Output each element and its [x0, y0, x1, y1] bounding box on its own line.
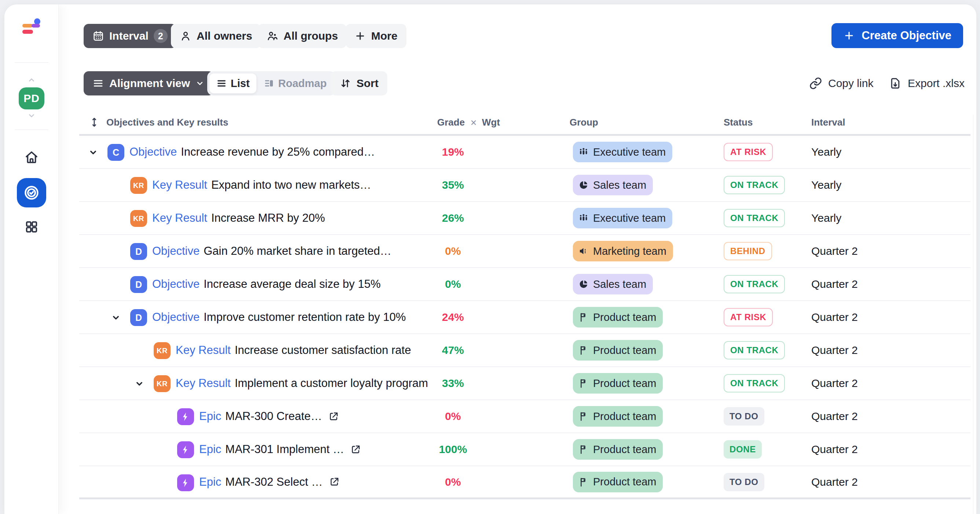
status-badge[interactable]: AT RISK	[724, 143, 773, 161]
interval-value: Quarter 2	[811, 268, 858, 300]
column-header-weight: Wgt	[482, 117, 500, 128]
entity-type-link[interactable]: Epic	[199, 443, 221, 456]
status-badge[interactable]: TO DO	[724, 473, 764, 491]
sort-button[interactable]: Sort	[331, 71, 387, 96]
status-cell: DONE	[724, 433, 762, 466]
name-cell: CObjectiveIncrease revenue by 25% compar…	[79, 136, 567, 168]
grade-remove-icon[interactable]: ✕	[470, 118, 477, 128]
group-pill[interactable]: Product team	[573, 307, 663, 327]
sidebar-item-apps[interactable]	[5, 220, 59, 234]
row-title[interactable]: Increase MRR by 20%	[211, 211, 325, 225]
table-row: EpicMAR-301 Implement …100%Product teamD…	[79, 433, 970, 466]
row-expand-chevron-icon[interactable]	[88, 147, 99, 158]
group-pill[interactable]: Executive team	[573, 142, 672, 162]
row-title[interactable]: Implement a customer loyalty program	[235, 377, 428, 390]
group-pill[interactable]: Product team	[573, 373, 663, 394]
entity-type-link[interactable]: Objective	[129, 145, 177, 159]
more-filters-button[interactable]: More	[345, 24, 406, 48]
status-badge[interactable]: ON TRACK	[724, 275, 785, 293]
entity-type-link[interactable]: Objective	[152, 311, 199, 324]
grade-value: 0%	[416, 400, 490, 433]
row-expand-chevron-icon[interactable]	[110, 312, 121, 323]
export-xlsx-button[interactable]: Export .xlsx	[889, 71, 965, 96]
status-badge[interactable]: ON TRACK	[724, 374, 785, 393]
calendar-icon	[92, 30, 104, 42]
group-pill[interactable]: Executive team	[573, 208, 672, 228]
status-badge[interactable]: TO DO	[724, 407, 764, 426]
row-expand-chevron-icon[interactable]	[134, 378, 145, 389]
interval-filter-button[interactable]: Interval 2	[84, 24, 177, 48]
column-header-group: Group	[570, 117, 598, 128]
external-link-icon[interactable]	[328, 411, 339, 422]
avatar[interactable]: PD	[19, 88, 45, 109]
status-badge[interactable]: ON TRACK	[724, 176, 785, 194]
entity-type-link[interactable]: Objective	[152, 278, 199, 291]
sidebar-divider	[15, 129, 48, 130]
row-title[interactable]: MAR-302 Select …	[225, 476, 322, 488]
entity-type-link[interactable]: Key Result	[152, 179, 207, 192]
external-link-icon[interactable]	[329, 476, 340, 488]
row-title[interactable]: MAR-300 Create…	[225, 410, 322, 423]
owners-filter-button[interactable]: All owners	[171, 24, 261, 48]
status-badge[interactable]: ON TRACK	[724, 209, 785, 227]
table-row: DObjectiveImprove customer retention rat…	[79, 301, 970, 334]
group-pill[interactable]: Product team	[573, 406, 663, 426]
group-pill[interactable]: Marketing team	[573, 241, 673, 262]
entity-type-link[interactable]: Epic	[199, 410, 221, 423]
app-logo-icon[interactable]	[22, 19, 41, 35]
create-objective-button[interactable]: Create Objective	[832, 23, 963, 48]
row-title[interactable]: Gain 20% market share in targeted…	[204, 244, 391, 258]
workspace-prev-chevron-icon[interactable]	[27, 76, 36, 85]
tab-list[interactable]: List	[209, 73, 256, 93]
groups-filter-button[interactable]: All groups	[258, 24, 347, 48]
sidebar-item-goals[interactable]	[17, 178, 46, 208]
entity-type-link[interactable]: Objective	[152, 244, 199, 258]
external-link-icon[interactable]	[350, 444, 361, 455]
workspace-next-chevron-icon[interactable]	[27, 111, 36, 120]
epic-type-badge	[177, 474, 194, 491]
group-pill[interactable]: Sales team	[573, 175, 653, 195]
objective-type-badge: D	[130, 243, 147, 260]
entity-type-link[interactable]: Key Result	[176, 344, 231, 357]
group-pill[interactable]: Product team	[573, 472, 663, 492]
name-cell: KRKey ResultIncrease MRR by 20%	[79, 202, 567, 234]
status-badge[interactable]: AT RISK	[724, 308, 773, 326]
status-badge[interactable]: BEHIND	[724, 242, 772, 260]
group-label: Product team	[593, 377, 656, 389]
view-selector-dropdown[interactable]: Alignment view	[84, 71, 213, 96]
status-badge[interactable]: DONE	[724, 440, 762, 458]
grade-value: 35%	[416, 169, 490, 201]
row-title[interactable]: Increase revenue by 25% compared…	[181, 145, 375, 159]
entity-type-link[interactable]: Key Result	[176, 377, 231, 390]
group-label: Product team	[593, 444, 656, 456]
sort-label: Sort	[356, 77, 379, 89]
alignment-view-icon	[92, 77, 104, 89]
row-title[interactable]: Expand into two new markets…	[211, 179, 371, 192]
row-title[interactable]: MAR-301 Implement …	[225, 443, 344, 456]
reorder-updown-icon[interactable]	[88, 116, 100, 129]
group-label: Product team	[593, 344, 656, 356]
group-label: Executive team	[593, 146, 666, 158]
entity-type-link[interactable]: Key Result	[152, 211, 207, 225]
group-pill[interactable]: Product team	[573, 439, 663, 460]
status-badge[interactable]: ON TRACK	[724, 341, 785, 359]
tab-roadmap[interactable]: Roadmap	[257, 73, 333, 93]
link-icon	[809, 77, 822, 90]
tab-roadmap-label: Roadmap	[278, 77, 327, 89]
copy-link-button[interactable]: Copy link	[809, 71, 873, 96]
group-label: Marketing team	[593, 245, 667, 257]
name-cell: KRKey ResultExpand into two new markets…	[79, 169, 567, 201]
entity-type-link[interactable]: Epic	[199, 476, 221, 488]
group-pill[interactable]: Sales team	[573, 274, 653, 294]
group-pill[interactable]: Product team	[573, 340, 663, 361]
row-title[interactable]: Increase customer satisfaction rate	[235, 344, 411, 357]
bolt-icon	[180, 412, 191, 422]
goal-target-icon	[23, 184, 40, 201]
home-icon	[24, 149, 40, 165]
column-header-grade: Grade	[437, 117, 465, 128]
row-title[interactable]: Increase average deal size by 15%	[204, 278, 381, 291]
sidebar-item-home[interactable]	[5, 149, 59, 165]
pie-chart-icon	[578, 279, 589, 290]
row-title[interactable]: Improve customer retention rate by 10%	[204, 311, 406, 324]
interval-value: Quarter 2	[811, 400, 858, 433]
